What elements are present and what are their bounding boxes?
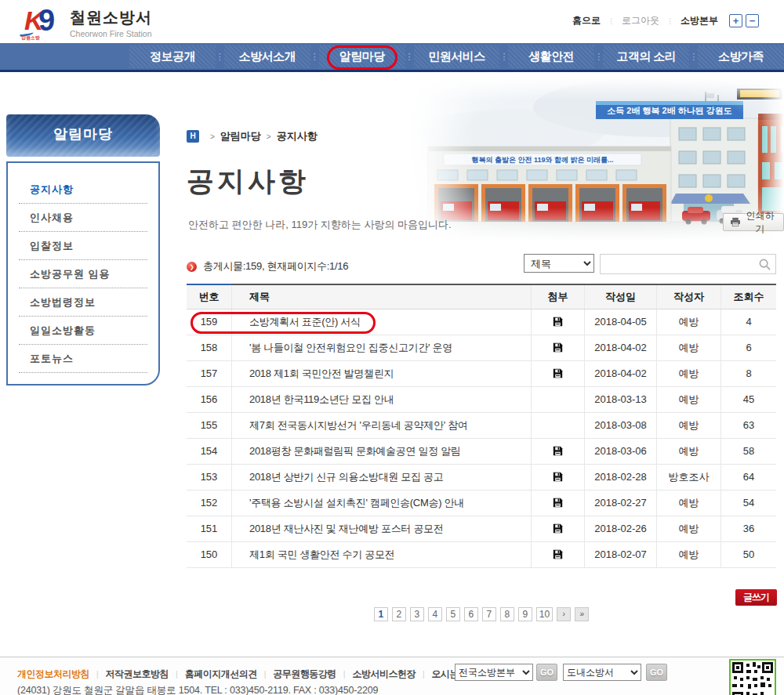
page-button-8[interactable]: 8: [500, 607, 514, 621]
utility-links: 홈으로⋮로그아웃⋮소방본부 + −: [572, 14, 759, 27]
page-button-10[interactable]: 10: [536, 607, 553, 621]
row-attachment: [532, 361, 585, 386]
breadcrumb-separator: >: [210, 132, 215, 141]
page-button-9[interactable]: 9: [518, 607, 532, 621]
font-decrease-button[interactable]: −: [746, 14, 759, 27]
footer-link-3[interactable]: 홈페이지개선의견: [185, 668, 257, 681]
nav-item-7[interactable]: 소방가족: [698, 45, 784, 68]
home-icon[interactable]: H: [187, 130, 199, 143]
board-controls: ❯ 총게시물:159, 현재페이지수:1/16 제목: [187, 254, 776, 277]
attachment-disk-icon: [553, 446, 563, 456]
row-date: 2018-02-28: [585, 465, 657, 490]
sidebar-item-label[interactable]: 입찰정보: [19, 232, 147, 259]
nav-item-6[interactable]: 고객의 소리: [603, 45, 689, 68]
page-button-6[interactable]: 6: [464, 607, 478, 621]
print-button[interactable]: 인쇄하기: [723, 213, 784, 231]
row-number: 158: [187, 335, 232, 360]
sidebar-item-label[interactable]: 포토뉴스: [19, 345, 147, 372]
next-page-button[interactable]: ›: [557, 607, 571, 621]
site-header: K 9 강원소방 철원소방서 Cheorwon Fire Station 홈으로…: [0, 0, 784, 43]
utility-separator: ⋮: [666, 17, 673, 25]
search-icon[interactable]: [759, 259, 771, 270]
table-row[interactable]: 1532018년 상반기 신규 의용소방대원 모집 공고2018-02-28방호…: [187, 465, 776, 490]
table-row[interactable]: 158'봄 나들이철 안전위험요인 집중신고기간' 운영2018-04-02예방…: [187, 335, 776, 361]
table-row[interactable]: 1512018년 재난사진 및 재난예방 포스터 공모전2018-02-26예방…: [187, 516, 776, 542]
write-button[interactable]: 글쓰기: [735, 589, 777, 606]
nav-item-5[interactable]: 생활안전: [508, 45, 594, 68]
row-title-link[interactable]: 소방계획서 표준(안) 서식: [232, 309, 532, 335]
breadcrumb-item-2[interactable]: 공지사항: [277, 129, 318, 143]
row-writer: 예방: [657, 516, 721, 541]
nav-item-4[interactable]: 민원서비스: [414, 45, 500, 68]
sidebar: 알림마당 공지사항인사채용입찰정보소방공무원 임용소방법령정보일일소방활동포토뉴…: [6, 114, 160, 386]
sidebar-item-label[interactable]: 일일소방활동: [19, 317, 147, 344]
search-input[interactable]: [604, 255, 757, 273]
footer-separator: |: [343, 670, 346, 679]
footer-separator: |: [423, 670, 425, 679]
sidebar-item-label[interactable]: 공지사항: [19, 176, 147, 203]
row-writer: 방호조사: [657, 465, 721, 490]
breadcrumb-item-1[interactable]: 알림마당: [220, 129, 261, 143]
row-attachment: [532, 335, 585, 360]
footer-separator: |: [176, 670, 178, 679]
table-row[interactable]: 155제7회 전국동시지방선거 '우리동네 공약제안' 참여2018-03-08…: [187, 413, 776, 439]
row-title-link[interactable]: '주택용 소방시설 설치촉진' 캠페인송(CM송) 안내: [232, 490, 532, 516]
page-button-2[interactable]: 2: [392, 607, 406, 621]
row-title-link[interactable]: 제1회 국민 생활안전 수기 공모전: [232, 542, 532, 567]
row-title-link[interactable]: 2018년 한국119소년단 모집 안내: [232, 387, 532, 412]
page-button-3[interactable]: 3: [410, 607, 424, 621]
nav-item-1[interactable]: 정보공개: [129, 45, 216, 68]
row-number: 153: [187, 465, 232, 490]
footer-link-2[interactable]: 저작권보호방침: [106, 668, 169, 681]
print-label: 인쇄하기: [744, 209, 776, 236]
site-logo[interactable]: K 9 강원소방 철원소방서 Cheorwon Fire Station: [20, 5, 152, 40]
page-button-5[interactable]: 5: [446, 607, 460, 621]
table-row[interactable]: 1572018 제1회 국민안전 발명챌린지2018-04-02예방8: [187, 361, 776, 387]
station-select[interactable]: 도내소방서: [563, 664, 641, 681]
table-row[interactable]: 159소방계획서 표준(안) 서식2018-04-05예방4: [187, 309, 776, 335]
sidebar-item-label[interactable]: 인사채용: [19, 204, 147, 231]
utility-link-2[interactable]: 로그아웃: [622, 14, 659, 27]
utility-link-1[interactable]: 홈으로: [572, 14, 601, 27]
hq-go-button[interactable]: GO: [536, 664, 557, 681]
utility-link-3[interactable]: 소방본부: [681, 14, 718, 27]
station-go-button[interactable]: GO: [646, 664, 667, 681]
row-views: 63: [721, 413, 776, 438]
row-title-link[interactable]: '봄 나들이철 안전위험요인 집중신고기간' 운영: [232, 335, 532, 360]
page-button-7[interactable]: 7: [482, 607, 496, 621]
table-row[interactable]: 1562018년 한국119소년단 모집 안내2018-03-13예방45: [187, 387, 776, 413]
table-row[interactable]: 1542018평창 문화패럴림픽 문화예술공연 일정 알림2018-03-06예…: [187, 439, 776, 465]
table-header-row: 번호제목첨부작성일작성자조회수: [187, 284, 776, 309]
pagination: 12345678910›»: [187, 607, 776, 621]
table-row[interactable]: 150제1회 국민 생활안전 수기 공모전2018-02-07예방50: [187, 542, 776, 568]
nav-item-2[interactable]: 소방서소개: [224, 45, 310, 68]
main-nav: 정보공개⋮소방서소개⋮알림마당⋮민원서비스⋮생활안전⋮고객의 소리⋮소방가족: [0, 43, 784, 72]
row-title-link[interactable]: 2018평창 문화패럴림픽 문화예술공연 일정 알림: [232, 439, 532, 464]
font-increase-button[interactable]: +: [729, 14, 742, 27]
page-button-4[interactable]: 4: [428, 607, 442, 621]
page-button-1[interactable]: 1: [374, 607, 388, 621]
row-number: 154: [187, 439, 232, 464]
last-page-button[interactable]: »: [575, 607, 589, 621]
search-field-select[interactable]: 제목: [524, 254, 594, 273]
footer-link-1[interactable]: 개인정보처리방침: [17, 668, 89, 681]
row-number: 150: [187, 542, 232, 567]
nav-item-3[interactable]: 알림마당: [319, 45, 405, 68]
row-date: 2018-03-08: [585, 413, 657, 438]
sidebar-item-label[interactable]: 소방공무원 임용: [19, 260, 147, 288]
fire-hq-select[interactable]: 전국소방본부: [455, 664, 533, 681]
nav-separator: ⋮: [310, 52, 319, 61]
row-title-link[interactable]: 2018 제1회 국민안전 발명챌린지: [232, 361, 532, 386]
row-attachment: [532, 542, 585, 567]
row-views: 58: [721, 439, 776, 464]
sidebar-item-label[interactable]: 소방법령정보: [19, 288, 147, 316]
row-views: 45: [721, 387, 776, 412]
footer-links: 개인정보처리방침|저작권보호방침|홈페이지개선의견|공무원행동강령|소방서비스헌…: [17, 668, 468, 681]
row-title-link[interactable]: 2018년 상반기 신규 의용소방대원 모집 공고: [232, 465, 532, 490]
footer-link-4[interactable]: 공무원행동강령: [273, 668, 336, 681]
row-attachment: [532, 309, 585, 335]
row-title-link[interactable]: 2018년 재난사진 및 재난예방 포스터 공모전: [232, 516, 532, 541]
footer-link-5[interactable]: 소방서비스헌장: [352, 668, 416, 681]
table-row[interactable]: 152'주택용 소방시설 설치촉진' 캠페인송(CM송) 안내2018-02-2…: [187, 490, 776, 516]
row-title-link[interactable]: 제7회 전국동시지방선거 '우리동네 공약제안' 참여: [232, 413, 532, 438]
